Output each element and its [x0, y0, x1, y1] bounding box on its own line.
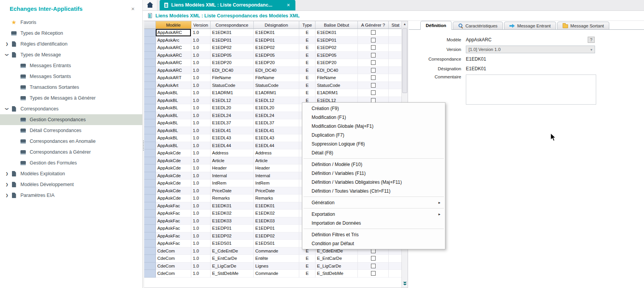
scroll-up-button[interactable]: ▲ — [402, 21, 408, 27]
cell-modele[interactable]: AppAskCde — [156, 180, 191, 187]
cell-modele[interactable]: AppAskBL — [156, 142, 191, 150]
cell-designation[interactable]: E1EDP01 — [254, 37, 299, 44]
generer-checkbox[interactable] — [371, 256, 376, 261]
table-row[interactable]: CdeCom1.0E_LigCarDeLignesEE_LigCarDe — [144, 263, 401, 270]
cell-designation[interactable]: E1EDL20 — [254, 104, 299, 112]
cell-a-generer[interactable] — [358, 67, 389, 75]
cell-correspondance[interactable]: E1EDP05 — [211, 52, 254, 59]
cell-modele[interactable]: AppAskCde — [156, 195, 191, 202]
tab-close-icon[interactable]: × — [286, 2, 291, 8]
table-row[interactable]: AppAskArc1.0E1EDP01E1EDP01EE1EDP01 — [144, 37, 401, 44]
cell-version[interactable]: 1.0 — [191, 89, 211, 97]
sidebar-item-gestion-des-formules[interactable]: Gestion des Formules — [0, 158, 142, 168]
row-selector[interactable] — [144, 67, 156, 75]
cell-designation[interactable]: IntRem — [254, 180, 299, 187]
row-selector[interactable] — [144, 263, 156, 270]
menu-item-creation-f9[interactable]: Création (F9) — [302, 104, 445, 113]
row-selector[interactable] — [144, 187, 156, 195]
cell-a-generer[interactable] — [358, 29, 389, 37]
cell-designation[interactable]: E1EDP02 — [254, 44, 299, 52]
cell-a-generer[interactable] — [358, 270, 389, 278]
cell-designation[interactable]: E1EDS01 — [254, 240, 299, 247]
chevron-expanded-icon[interactable]: ❯ — [5, 105, 9, 113]
row-selector[interactable] — [144, 232, 156, 240]
tab-caracteristiques[interactable]: Caractéristiques — [453, 22, 503, 29]
cell-designation[interactable]: E1EDL43 — [254, 134, 299, 142]
cell-designation[interactable]: StatusCode — [254, 82, 299, 90]
cell-type[interactable]: E — [299, 44, 315, 52]
cell-modele[interactable]: AppAskFac — [156, 225, 191, 232]
cell-type[interactable]: E — [299, 29, 315, 37]
table-row[interactable]: AppAskARC1.0E1EDP20E1EDP20EE1EDP20 — [144, 59, 401, 67]
cell-type[interactable]: E — [299, 74, 315, 82]
sidebar-item-modeles-developpement[interactable]: ❯Modèles Développement — [0, 179, 142, 190]
generer-checkbox[interactable] — [371, 30, 376, 35]
cell-version[interactable]: 1.0 — [191, 119, 211, 127]
row-selector[interactable] — [144, 134, 156, 142]
column-header-modele[interactable]: Modèle — [156, 21, 191, 29]
cell-correspondance[interactable]: E1EDL24 — [211, 112, 254, 120]
row-selector[interactable] — [144, 217, 156, 225]
cell-designation[interactable]: E1EDK01 — [254, 29, 299, 37]
cell-version[interactable]: 1.0 — [191, 52, 211, 59]
cell-version[interactable]: 1.0 — [191, 247, 211, 255]
cell-modele[interactable]: AppAskCde — [156, 164, 191, 172]
cell-designation[interactable]: E1EDL41 — [254, 127, 299, 135]
sidebar-item-gestion-correspondances[interactable]: Gestion Correspondances — [0, 114, 142, 125]
cell-type[interactable]: E — [299, 263, 315, 270]
cell-type[interactable]: E — [299, 255, 315, 263]
generer-checkbox[interactable] — [371, 75, 376, 80]
cell-designation[interactable]: E1EDL24 — [254, 112, 299, 120]
cell-a-generer[interactable] — [358, 82, 389, 90]
cell-correspondance[interactable]: E_LigCarDe — [211, 263, 254, 270]
cell-correspondance[interactable]: E1ADRM1 — [211, 89, 254, 97]
cell-designation[interactable]: Commande — [254, 247, 299, 255]
row-selector[interactable] — [144, 164, 156, 172]
cell-correspondance[interactable]: E1EDL12 — [211, 97, 254, 105]
cell-designation[interactable]: E1EDP01 — [254, 225, 299, 232]
cell-correspondance[interactable]: E1EDS01 — [211, 240, 254, 247]
cell-modele[interactable]: AppAskBL — [156, 104, 191, 112]
cell-correspondance[interactable]: E1EDL43 — [211, 134, 254, 142]
version-select[interactable]: [1.0] Version 1.0 ▾ — [466, 46, 595, 53]
cell-designation[interactable]: E1EDK01 — [254, 202, 299, 210]
cell-designation[interactable]: Entête — [254, 255, 299, 263]
cell-version[interactable]: 1.0 — [191, 172, 211, 180]
table-row[interactable]: AppAskBL1.0E1ADRM1E1ADRM1EE1ADRM1 — [144, 89, 401, 97]
cell-a-generer[interactable] — [358, 52, 389, 59]
row-selector[interactable] — [144, 44, 156, 52]
tab-definition[interactable]: Définition — [420, 21, 452, 30]
cell-version[interactable]: 1.0 — [191, 263, 211, 270]
cell-correspondance[interactable]: E1EDK01 — [211, 29, 254, 37]
cell-version[interactable]: 1.0 — [191, 164, 211, 172]
table-row[interactable]: AppAskArt1.0StatusCodeStatusCodeEStatusC… — [144, 82, 401, 90]
cell-modele[interactable]: AppAskBL — [156, 112, 191, 120]
cell-correspondance[interactable]: IntRem — [211, 180, 254, 187]
generer-checkbox[interactable] — [371, 83, 376, 88]
cell-modele[interactable]: AppAskFac — [156, 202, 191, 210]
commentaire-textarea[interactable] — [466, 75, 596, 105]
chevron-collapsed-icon[interactable]: ❯ — [3, 42, 11, 46]
cell-correspondance[interactable]: FileName — [211, 74, 254, 82]
cell-correspondance[interactable]: E_EntCarDe — [211, 255, 254, 263]
cell-designation[interactable]: PriceDate — [254, 187, 299, 195]
generer-checkbox[interactable] — [371, 68, 376, 73]
row-selector[interactable] — [144, 225, 156, 232]
sidebar-item-types-de-message[interactable]: ❯Types de Message — [0, 49, 142, 60]
cell-a-generer[interactable] — [358, 37, 389, 44]
cell-designation[interactable]: Remarks — [254, 195, 299, 202]
row-selector[interactable] — [144, 270, 156, 278]
generer-checkbox[interactable] — [371, 38, 376, 42]
cell-correspondance[interactable]: Article — [211, 157, 254, 165]
column-header-correspondance[interactable]: Correspondance — [211, 21, 254, 29]
sidebar-item-messages-sortants[interactable]: Messages Sortants — [0, 71, 142, 82]
cell-designation[interactable]: Header — [254, 164, 299, 172]
cell-balise[interactable]: E_LigCarDe — [315, 263, 358, 270]
table-row[interactable]: AppAskARC1.0E1EDP05E1EDP05EE1EDP05 — [144, 52, 401, 59]
cell-balise[interactable]: E1EDP05 — [315, 52, 358, 59]
cell-correspondance[interactable]: EDI_DC40 — [211, 67, 254, 75]
cell-version[interactable]: 1.0 — [191, 59, 211, 67]
row-selector[interactable] — [144, 172, 156, 180]
cell-version[interactable]: 1.0 — [191, 104, 211, 112]
menu-item-definition-variables-obligatoires-maj-f11[interactable]: Définition / Variables Obligatoires (Maj… — [302, 178, 445, 186]
